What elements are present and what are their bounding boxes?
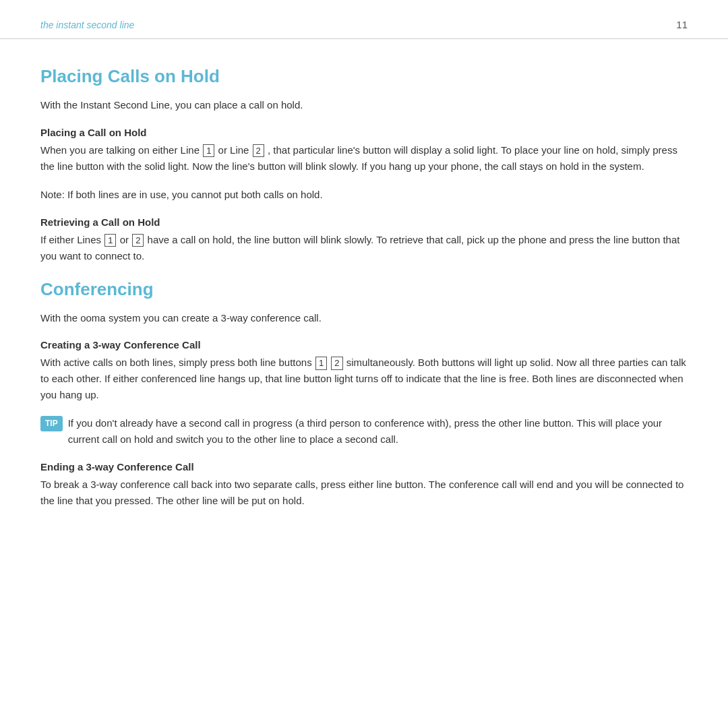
subsection2-body: If either Lines 1 or 2 have a call on ho… xyxy=(40,232,688,264)
section-placing-calls-on-hold: Placing Calls on Hold With the Instant S… xyxy=(40,66,688,264)
page-number: 11 xyxy=(676,19,688,30)
conf-subsection1-body: With active calls on both lines, simply … xyxy=(40,355,688,403)
line1-button: 1 xyxy=(203,144,214,158)
subsection1-body: When you are talking on either Line 1 or… xyxy=(40,142,688,175)
body-text-pre: When you are talking on either Line xyxy=(40,144,202,156)
page-content: Placing Calls on Hold With the Instant S… xyxy=(0,39,728,541)
conf-subsection2-title: Ending a 3-way Conference Call xyxy=(40,461,688,473)
page-container: the instant second line 11 Placing Calls… xyxy=(0,0,728,728)
section2-title: Conferencing xyxy=(40,279,688,300)
conf-line2-button: 2 xyxy=(331,357,342,370)
page-header: the instant second line 11 xyxy=(0,0,728,39)
section1-note: Note: If both lines are in use, you cann… xyxy=(40,187,688,203)
subsection-placing-hold: Placing a Call on Hold When you are talk… xyxy=(40,127,688,175)
subsection-retrieving-hold: Retrieving a Call on Hold If either Line… xyxy=(40,216,688,264)
retrieve-line2-button: 2 xyxy=(132,234,144,247)
subsection-creating-conference: Creating a 3-way Conference Call With ac… xyxy=(40,339,688,403)
section1-title: Placing Calls on Hold xyxy=(40,66,688,87)
retrieve-pre: If either Lines xyxy=(40,234,104,245)
conf-subsection2-body: To break a 3-way conference call back in… xyxy=(40,477,688,509)
subsection-ending-conference: Ending a 3-way Conference Call To break … xyxy=(40,461,688,509)
conf-body-pre: With active calls on both lines, simply … xyxy=(40,357,315,368)
section2-intro: With the ooma system you can create a 3-… xyxy=(40,311,688,326)
conf-subsection1-title: Creating a 3-way Conference Call xyxy=(40,339,688,351)
retrieve-or: or xyxy=(120,234,132,245)
section-conferencing: Conferencing With the ooma system you ca… xyxy=(40,279,688,510)
subsection2-title: Retrieving a Call on Hold xyxy=(40,216,688,228)
line2-button: 2 xyxy=(253,144,264,158)
conf-line1-button: 1 xyxy=(315,357,327,370)
subsection1-title: Placing a Call on Hold xyxy=(40,127,688,138)
body-text-mid: or Line xyxy=(218,144,252,156)
header-subtitle: the instant second line xyxy=(40,20,134,30)
tip-text: If you don't already have a second call … xyxy=(68,415,688,448)
tip-block: TIP If you don't already have a second c… xyxy=(40,415,688,448)
tip-badge: TIP xyxy=(40,416,63,431)
section1-intro: With the Instant Second Line, you can pl… xyxy=(40,98,688,113)
retrieve-line1-button: 1 xyxy=(104,234,116,247)
